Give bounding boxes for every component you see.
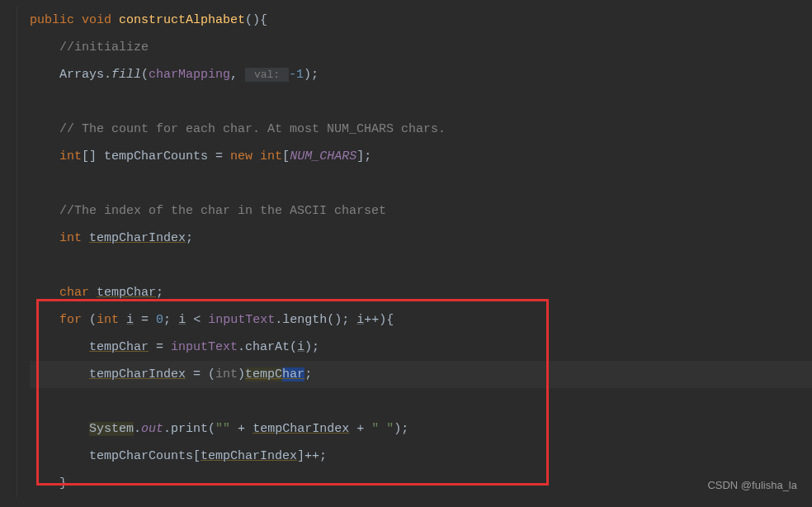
code-line: for (int i = 0; i < inputText.length(); … <box>30 306 812 334</box>
empty-line <box>30 388 812 415</box>
code-line: tempChar = inputText.charAt(i); <box>30 334 812 361</box>
code-line: } <box>30 470 812 497</box>
code-line: //initialize <box>30 34 812 61</box>
var-decl: tempCharCounts <box>104 149 208 163</box>
var-i: i <box>126 313 134 327</box>
method-call: print <box>171 422 208 436</box>
code-line: int[] tempCharCounts = new int[NUM_CHARS… <box>30 143 812 170</box>
code-line: char tempChar; <box>30 279 812 306</box>
code-line: Arrays.fill(charMapping, val: -1); <box>30 61 812 88</box>
string-literal: "" <box>215 422 230 436</box>
closing-brace: } <box>59 476 67 490</box>
var-ref: tempCharIndex <box>201 449 297 463</box>
keyword-public: public <box>30 13 74 27</box>
code-editor[interactable]: public void constructAlphabet(){ //initi… <box>0 0 812 497</box>
constant-ref: NUM_CHARS <box>290 149 356 163</box>
static-method: fill <box>111 68 141 82</box>
indent-guide <box>17 7 17 497</box>
method-call: charAt <box>245 340 290 354</box>
keyword-int: int <box>59 149 82 163</box>
parens: (){ <box>245 13 267 27</box>
field-ref: charMapping <box>149 68 230 82</box>
number-literal: 0 <box>156 313 163 327</box>
empty-line <box>30 88 812 116</box>
keyword-char: char <box>59 286 89 300</box>
watermark-text: CSDN @fulisha_la <box>707 471 797 499</box>
code-line: System.out.print("" + tempCharIndex + " … <box>30 415 812 443</box>
comment: //initialize <box>59 40 149 54</box>
keyword-for: for <box>59 313 82 327</box>
var-ref: tempCharCounts <box>89 449 193 463</box>
code-line: // The count for each char. At most NUM_… <box>30 116 812 143</box>
number-literal: 1 <box>296 68 304 82</box>
cast-type: int <box>215 367 238 381</box>
var-ref: tempCharIndex <box>89 367 186 381</box>
string-literal: " " <box>371 422 394 436</box>
comment: //The index of the char in the ASCII cha… <box>59 204 386 218</box>
method-name: constructAlphabet <box>119 13 245 27</box>
var-ref: tempCharIndex <box>253 422 349 436</box>
param-hint: val: <box>245 68 289 82</box>
empty-line <box>30 170 812 197</box>
static-field-ref: out <box>141 422 163 436</box>
method-call: length <box>282 313 327 327</box>
field-ref: inputText <box>208 313 275 327</box>
code-line: tempCharCounts[tempCharIndex]++; <box>30 443 812 470</box>
identifier-part: tempC <box>245 367 282 381</box>
empty-line <box>30 252 812 279</box>
keyword-new: new <box>230 149 253 163</box>
class-ref: System <box>89 422 134 436</box>
comment: // The count for each char. At most NUM_… <box>59 122 446 136</box>
code-line-active: tempCharIndex = (int)tempChar; <box>30 361 812 388</box>
cursor-position: har <box>282 367 304 381</box>
code-line: //The index of the char in the ASCII cha… <box>30 197 812 225</box>
code-line: public void constructAlphabet(){ <box>30 7 812 34</box>
field-ref: inputText <box>171 340 238 354</box>
keyword-int: int <box>59 231 82 245</box>
var-decl: tempChar <box>97 286 156 300</box>
var-decl: tempCharIndex <box>89 231 186 245</box>
code-line: int tempCharIndex; <box>30 225 812 252</box>
class-ref: Arrays <box>59 68 104 82</box>
keyword-void: void <box>82 13 111 27</box>
var-ref: tempChar <box>89 340 149 354</box>
